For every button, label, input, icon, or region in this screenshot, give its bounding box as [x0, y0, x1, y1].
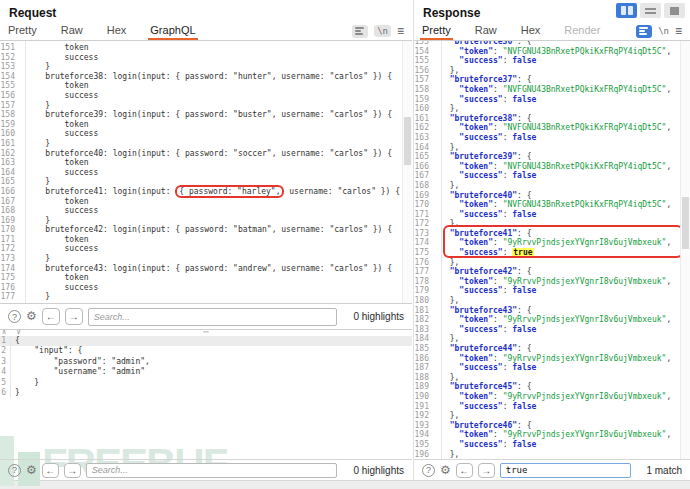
response-code-line: 163 "success": false	[414, 133, 690, 143]
response-scrollbar	[680, 41, 690, 459]
response-code-line: 191 "success": false	[414, 402, 690, 412]
response-code-line: 161 "bruteforce38": {	[414, 114, 690, 124]
layout-switcher	[616, 3, 685, 18]
prev-match-button[interactable]: ←	[456, 463, 473, 478]
response-code-line: 196 },	[414, 450, 690, 459]
request-search-input[interactable]	[88, 308, 337, 326]
editor-menu-icon[interactable]: ≡	[675, 26, 682, 36]
response-code-line: 182 "token": "9yRrvvPjndsjexYVgnrI8v6ujV…	[414, 315, 690, 325]
response-code-line: 193 "bruteforce46": {	[414, 421, 690, 431]
newline-toggle-icon[interactable]: \n	[658, 26, 669, 36]
response-code-line: 159 "success": false	[414, 95, 690, 105]
editor-menu-icon[interactable]: ≡	[397, 26, 404, 36]
request-search-bar: ? ⚙ ← → 0 highlights	[0, 303, 412, 330]
request-code-line: 154 bruteforce38: login(input: { passwor…	[0, 72, 412, 82]
response-code-line: 170 "token": "NVFGNU43BnRxetPQkiKxFRqPY4…	[414, 200, 690, 210]
response-code-line: 171 "success": false	[414, 210, 690, 220]
response-code-line: 179 "success": false	[414, 286, 690, 296]
response-code-line: 155 "success": false	[414, 56, 690, 66]
response-code-line: 173 "bruteforce41": {	[414, 229, 690, 239]
request-panel: Request PrettyRawHexGraphQL \n ≡ 151 tok…	[0, 0, 412, 480]
request-scrollbar-thumb[interactable]	[404, 117, 411, 165]
request-tabbar: PrettyRawHexGraphQL \n ≡	[0, 22, 412, 41]
settings-gear-icon[interactable]: ⚙	[26, 310, 37, 323]
request-code-line: 167 token	[0, 197, 412, 207]
newline-toggle-icon[interactable]: \n	[374, 25, 391, 37]
request-code-line: 172 success	[0, 244, 412, 254]
response-code-line: 166 "token": "NVFGNU43BnRxetPQkiKxFRqPY4…	[414, 162, 690, 172]
response-code-line: 174 "token": "9yRrvvPjndsjexYVgnrI8v6ujV…	[414, 238, 690, 248]
response-code-line: 177 "bruteforce42": {	[414, 267, 690, 277]
request-code-line: 174 bruteforce43: login(input: { passwor…	[0, 264, 412, 274]
variables-search-input[interactable]	[86, 463, 337, 478]
next-match-button[interactable]: →	[65, 308, 83, 325]
response-code-line: 186 "token": "9yRrvvPjndsjexYVgnrI8v6ujV…	[414, 354, 690, 364]
request-code-line: 173 }	[0, 254, 412, 264]
response-code-line: 187 "success": false	[414, 363, 690, 373]
settings-gear-icon[interactable]: ⚙	[440, 464, 451, 477]
request-tab-pretty[interactable]: Pretty	[8, 24, 37, 39]
request-code-line: 169 }	[0, 216, 412, 226]
layout-stacked-icon[interactable]	[640, 3, 661, 18]
request-code-line: 168 success	[0, 206, 412, 216]
response-code-line: 169 "bruteforce40": {	[414, 191, 690, 201]
help-icon[interactable]: ?	[422, 464, 435, 477]
next-match-button[interactable]: →	[478, 463, 495, 478]
response-code-line: 190 "token": "9yRrvvPjndsjexYVgnrI8v6ujV…	[414, 392, 690, 402]
next-match-button[interactable]: →	[64, 463, 81, 478]
response-code-line: 172 },	[414, 219, 690, 229]
request-code-line: 175 token	[0, 273, 412, 283]
response-tab-pretty[interactable]: Pretty	[422, 24, 451, 39]
request-code-line: 170 bruteforce42: login(input: { passwor…	[0, 225, 412, 235]
response-tab-hex[interactable]: Hex	[521, 24, 541, 39]
response-code-line: 195 "success": false	[414, 440, 690, 450]
help-icon[interactable]: ?	[8, 310, 21, 323]
request-code-line: 162 bruteforce40: login(input: { passwor…	[0, 149, 412, 159]
settings-gear-icon[interactable]: ⚙	[26, 464, 37, 477]
response-code-line: 183 "success": false	[414, 325, 690, 335]
variables-line: 5 }	[0, 378, 412, 388]
response-panel-title: Response	[423, 6, 480, 20]
variables-line: 6}	[0, 388, 412, 398]
variables-line: 3 "password": "admin",	[0, 357, 412, 367]
request-tab-raw[interactable]: Raw	[61, 24, 83, 39]
request-code-line: 158 bruteforce39: login(input: { passwor…	[0, 110, 412, 120]
response-code-line: 194 "token": "9yRrvvPjndsjexYVgnrI8v6ujV…	[414, 430, 690, 440]
response-code-line: 184 },	[414, 334, 690, 344]
variables-highlights-count: 0 highlights	[342, 465, 404, 476]
response-code-area: 153 "bruteforce36": {154 "token": "NVFGN…	[414, 41, 690, 459]
variables-line: 2 "input": {	[0, 346, 412, 356]
response-code-line: 165 "bruteforce39": {	[414, 152, 690, 162]
request-code-line: 176 success	[0, 283, 412, 293]
variables-line: 4 "username": "admin"	[0, 367, 412, 377]
request-code-line: 161 }	[0, 139, 412, 149]
response-code-line: 180 },	[414, 296, 690, 306]
response-code-line: 157 "bruteforce37": {	[414, 75, 690, 85]
response-code-line: 164 },	[414, 143, 690, 153]
response-code-line: 162 "token": "NVFGNU43BnRxetPQkiKxFRqPY4…	[414, 123, 690, 133]
prev-match-button[interactable]: ←	[42, 308, 60, 325]
help-icon[interactable]: ?	[8, 464, 21, 477]
variables-search-bar: ? ⚙ ← → 0 highlights	[0, 459, 412, 480]
response-tab-render[interactable]: Render	[564, 24, 600, 39]
response-panel: Response PrettyRawHexRender \n ≡ 153 "br…	[413, 0, 690, 480]
layout-columns-icon[interactable]	[616, 3, 637, 18]
pretty-print-icon[interactable]	[636, 25, 652, 38]
response-code-line: 176 },	[414, 258, 690, 268]
request-tab-graphql[interactable]: GraphQL	[150, 24, 195, 39]
response-tab-raw[interactable]: Raw	[475, 24, 497, 39]
response-code-line: 188 },	[414, 373, 690, 383]
pretty-print-icon[interactable]	[352, 25, 368, 38]
request-code-line: 151 token	[0, 43, 412, 53]
request-tab-hex[interactable]: Hex	[107, 24, 127, 39]
prev-match-button[interactable]: ←	[42, 463, 59, 478]
response-code-line: 160 },	[414, 104, 690, 114]
graphql-variables-panel: ∧ ∨ ⋯ 1{2 "input": {3 "password": "admin…	[0, 330, 412, 459]
request-code-line: 166 bruteforce41: login(input: { passwor…	[0, 187, 412, 197]
layout-single-icon[interactable]	[664, 3, 685, 18]
request-code-line: 156 success	[0, 91, 412, 101]
response-code-line: 192 },	[414, 411, 690, 421]
response-code-line: 156 },	[414, 66, 690, 76]
response-scrollbar-thumb[interactable]	[682, 197, 689, 249]
response-search-input[interactable]	[500, 463, 631, 478]
